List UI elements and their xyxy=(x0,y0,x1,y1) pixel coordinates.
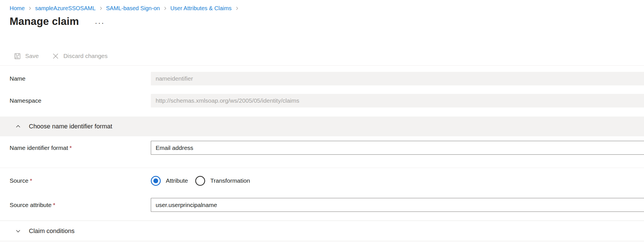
source-attribute-row: Source attribute* xyxy=(0,198,644,212)
source-label: Source* xyxy=(10,177,151,184)
claim-conditions-bottom-divider xyxy=(0,241,644,241)
chevron-right-icon xyxy=(235,6,239,11)
chevron-down-icon xyxy=(15,228,22,234)
ellipsis-icon[interactable]: ··· xyxy=(95,21,105,24)
required-asterisk: * xyxy=(53,202,55,208)
breadcrumb-home[interactable]: Home xyxy=(10,5,25,12)
required-asterisk: * xyxy=(70,145,72,151)
chevron-right-icon xyxy=(27,6,32,11)
radio-label: Attribute xyxy=(166,177,188,184)
save-button-label: Save xyxy=(25,53,39,59)
page-title: Manage claim xyxy=(10,16,79,27)
namespace-row: Namespace xyxy=(0,94,644,107)
breadcrumb: Home sampleAzureSSOSAML SAML-based Sign-… xyxy=(0,0,644,12)
breadcrumb-app[interactable]: sampleAzureSSOSAML xyxy=(35,5,95,12)
name-identifier-format-dropdown[interactable] xyxy=(151,141,644,155)
source-attribute-label: Source attribute* xyxy=(10,202,151,208)
command-bar: Save Discard changes xyxy=(0,51,644,61)
chevron-up-icon xyxy=(15,123,22,130)
source-radio-group: Attribute Transformation xyxy=(151,176,250,186)
section-choose-name-identifier-format[interactable]: Choose name identifier format xyxy=(0,117,644,136)
radio-selected-icon xyxy=(151,176,161,186)
name-input xyxy=(151,72,644,85)
section-title: Choose name identifier format xyxy=(29,123,112,130)
discard-changes-button[interactable]: Discard changes xyxy=(52,52,108,60)
required-asterisk: * xyxy=(30,177,32,184)
breadcrumb-saml-signon[interactable]: SAML-based Sign-on xyxy=(106,5,160,12)
source-row: Source* Attribute Transformation xyxy=(0,175,644,186)
name-identifier-format-label: Name identifier format* xyxy=(10,145,151,151)
save-button[interactable]: Save xyxy=(14,52,39,60)
floppy-disk-icon xyxy=(14,52,21,60)
chevron-right-icon xyxy=(98,6,103,11)
name-row: Name xyxy=(0,72,644,85)
name-identifier-format-row: Name identifier format* xyxy=(0,141,644,155)
breadcrumb-user-attributes[interactable]: User Attributes & Claims xyxy=(170,5,232,12)
namespace-label: Namespace xyxy=(10,97,151,104)
section-title: Claim conditions xyxy=(29,227,74,235)
radio-label: Transformation xyxy=(210,177,250,184)
source-option-transformation[interactable]: Transformation xyxy=(195,176,250,186)
section-claim-conditions[interactable]: Claim conditions xyxy=(0,221,644,241)
chevron-right-icon xyxy=(163,6,168,11)
page-header: Manage claim ··· xyxy=(0,16,644,27)
toolbar-divider xyxy=(0,65,644,66)
discard-changes-label: Discard changes xyxy=(63,53,108,59)
x-icon xyxy=(52,52,59,60)
namespace-input xyxy=(151,94,644,107)
name-label: Name xyxy=(10,75,151,82)
source-attribute-combobox[interactable] xyxy=(151,198,644,212)
source-option-attribute[interactable]: Attribute xyxy=(151,176,188,186)
radio-unselected-icon xyxy=(195,176,205,186)
format-row-divider xyxy=(0,168,644,168)
